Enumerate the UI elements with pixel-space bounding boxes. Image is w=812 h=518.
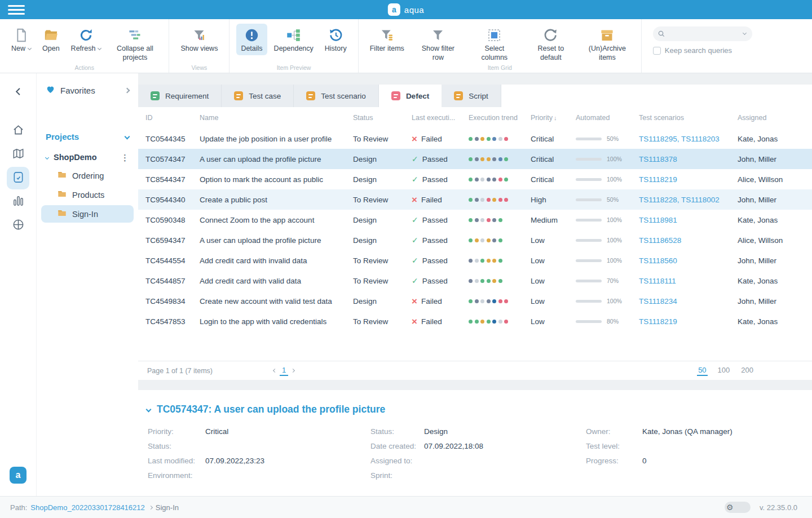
cell-name: Add credit card with valid data [196,277,350,285]
page-size-200[interactable]: 200 [740,365,754,376]
column-header-last-executi[interactable]: Last executi... [408,114,465,122]
search-input[interactable] [653,26,752,41]
table-row[interactable]: TC0544345Update the job position in a us… [138,129,812,149]
keep-search-queries-option[interactable]: Keep search queries [653,46,752,55]
tree-node-products[interactable]: Products [41,186,134,203]
cell-test-scenarios-link[interactable]: TS1118378 [636,155,734,163]
tree-node-ordering[interactable]: Ordering [41,167,134,184]
column-header-status[interactable]: Status [350,114,408,122]
cell-test-scenarios-link[interactable]: TS1118234 [636,297,734,306]
table-row[interactable]: TC4547853Login to the app with valid cre… [138,311,812,331]
progress-label: 70% [607,277,619,284]
cell-test-scenarios-link[interactable]: TS1118295, TS1118203 [636,135,734,143]
reset-to-default-label: Reset to default [528,45,573,62]
column-header-id[interactable]: ID [138,114,196,122]
rail-item-collapse-panel[interactable] [7,81,29,104]
favorites-expand-icon[interactable] [125,87,130,93]
projects-collapse-icon[interactable] [125,134,130,140]
column-header-priority[interactable]: Priority↓ [527,114,572,122]
show-filter-row-button[interactable]: Show filter row [411,24,465,64]
page-size-100[interactable]: 100 [717,365,731,376]
column-header-assigned[interactable]: Assigned [734,114,812,122]
cell-priority: Critical [527,175,572,184]
tab-script[interactable]: Script [442,85,501,107]
cell-test-scenarios-link[interactable]: TS11186528 [636,236,734,245]
collapse-all-projects-button[interactable]: Collapse all projects [108,24,162,64]
prev-page-icon[interactable] [273,369,277,373]
cell-test-scenarios-link[interactable]: TS1118981 [636,216,734,224]
tab-requirement[interactable]: Requirement [138,85,222,107]
column-header-automated[interactable]: Automated [572,114,636,122]
rail-item-test-items[interactable] [7,167,29,189]
cell-priority: Low [527,297,572,306]
trend-dot [475,320,479,324]
page-number[interactable]: 1 [280,365,288,376]
table-row[interactable]: TC4549834Create new account with valid t… [138,291,812,311]
column-header-test-scenarios[interactable]: Test scenarios [636,114,734,122]
detail-collapse-icon[interactable] [146,407,152,413]
table-row[interactable]: TC4544857Add credit card with valid data… [138,271,812,291]
trend-dot [469,218,473,222]
rail-item-modules[interactable] [7,214,29,237]
rail-item-home[interactable] [7,119,29,142]
favorites-section[interactable]: Favorites [37,80,138,100]
requirement-icon [151,91,160,100]
projects-section-header[interactable]: Projects [37,127,138,146]
tab-test-scenario[interactable]: Test scenario [294,85,379,107]
open-button[interactable]: Open [38,24,64,64]
progress-label: 100% [607,176,622,183]
settings-toggle[interactable]: ⚙ [725,502,751,513]
trend-dot [504,320,508,324]
hamburger-menu-icon[interactable] [8,5,25,15]
column-header-name[interactable]: Name [196,114,350,122]
kebab-menu-icon[interactable]: ⋮ [121,153,129,162]
table-row[interactable]: TC0590348Connect Zoom to the app account… [138,210,812,230]
un-archive-items-button[interactable]: (Un)Archive items [580,24,634,64]
page-size-50[interactable]: 50 [697,365,707,376]
cell-last-execution: ✓Passed [408,215,465,224]
table-row[interactable]: TC8544347Option to mark the account as p… [138,169,812,189]
cell-id: TC4544857 [138,277,196,285]
reset-to-default-button[interactable]: Reset to default [524,24,578,64]
trend-dot [469,279,473,283]
table-row[interactable]: TC4544554Add credit card with invalid da… [138,250,812,271]
path-project-link[interactable]: ShopDemo_202203301728416212 [30,503,144,512]
cell-test-scenarios-link[interactable]: TS1118219 [636,317,734,326]
cell-test-scenarios-link[interactable]: TS1118111 [636,277,734,285]
trend-dot [475,259,479,263]
rail-item-reports[interactable] [7,191,29,213]
rail-item-map[interactable] [7,143,29,166]
detail-field-label: Priority: [148,427,205,436]
tree-node-shopdemo[interactable]: ShopDemo ⋮ [41,149,134,165]
content-top-gap [138,73,812,85]
select-columns-button[interactable]: Select columns [467,24,522,64]
cell-test-scenarios-link[interactable]: TS1118228, TS1118002 [636,196,734,204]
details-button[interactable]: Details [236,24,267,55]
cell-last-execution: ×Failed [408,317,465,326]
cell-test-scenarios-link[interactable]: TS1118560 [636,256,734,265]
cell-priority: Low [527,256,572,265]
progress-bar [576,259,602,262]
detail-field-value: Kate, Jonas (QA manager) [642,427,732,436]
cell-test-scenarios-link[interactable]: TS1118219 [636,175,734,184]
tree-expand-icon[interactable] [45,155,49,159]
table-row[interactable]: TC6594347A user can upload the profile p… [138,230,812,250]
tab-test-case[interactable]: Test case [222,85,294,107]
checkbox-icon[interactable] [653,47,661,55]
dependency-button[interactable]: Dependency [270,24,318,55]
refresh-button[interactable]: Refresh [67,24,106,64]
next-page-icon[interactable] [291,369,295,373]
tab-defect[interactable]: Defect [379,85,442,107]
cell-execution-trend [465,259,527,263]
trend-dot [492,198,496,202]
table-row[interactable]: TC9544340Create a public postTo Review×F… [138,189,812,210]
table-row[interactable]: TC0574347A user can upload the profile p… [138,149,812,169]
column-header-execution-trend[interactable]: Execution trend [465,114,527,122]
show-views-button[interactable]: Show views [176,24,222,55]
new-button[interactable]: New [7,24,36,64]
cell-priority: High [527,196,572,204]
history-button[interactable]: History [320,24,351,55]
map-icon [12,147,25,162]
tree-node-sign-in[interactable]: Sign-In [41,205,134,223]
filter-items-button[interactable]: Filter items [365,24,409,64]
